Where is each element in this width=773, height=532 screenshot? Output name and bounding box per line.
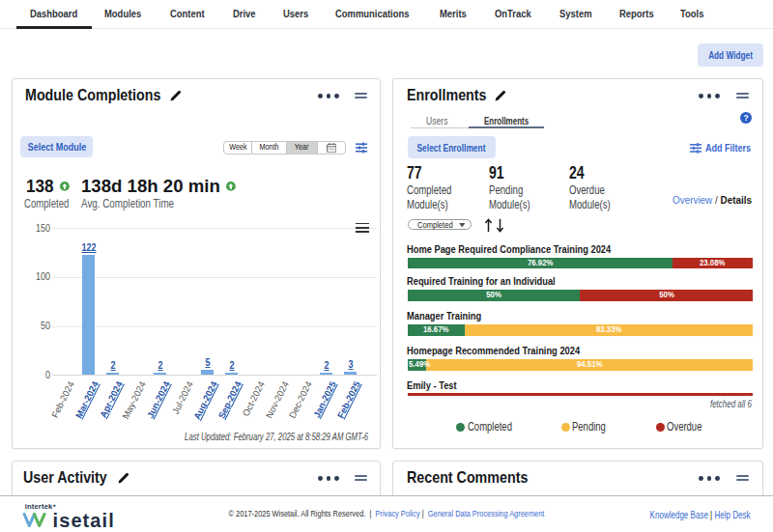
svg-text:?: ? — [743, 112, 748, 122]
